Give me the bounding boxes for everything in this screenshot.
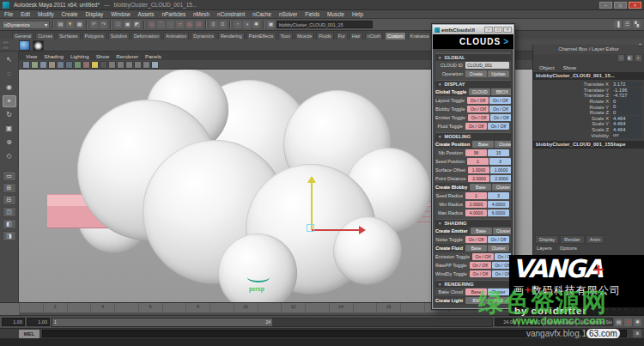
snap-center-icon[interactable]: ⊙ — [195, 21, 203, 28]
timeline-frame-3[interactable] — [67, 303, 91, 315]
layer-tab-render[interactable]: Render — [560, 235, 584, 244]
dock-button[interactable]: ⌐ — [484, 27, 493, 33]
maximize-button[interactable]: □ — [614, 2, 627, 9]
snap-plane-icon[interactable]: ▱ — [176, 21, 184, 28]
create-blobby-cell-0[interactable]: Base — [470, 184, 491, 191]
move-tool[interactable]: + — [3, 95, 16, 107]
timeline-frame-7[interactable] — [162, 303, 186, 315]
layer-menu-layers[interactable]: Layers — [537, 246, 552, 251]
menu-fields[interactable]: Fields — [305, 11, 319, 17]
safe-action-icon[interactable] — [134, 61, 142, 69]
seed-radius-cell-0[interactable]: 1 — [465, 192, 487, 199]
make-live-icon[interactable]: ◎ — [185, 21, 193, 28]
ipr-render-icon[interactable]: ◑ — [243, 21, 251, 28]
show-tool-settings-icon[interactable]: ☰ — [623, 21, 631, 28]
menu-edit[interactable]: Edit — [21, 11, 30, 17]
shelf-tab-toon[interactable]: Toon — [278, 32, 294, 39]
selected-object-name[interactable]: blobbyCluster_CLOUD_001_15... — [533, 72, 644, 80]
viewport-menu-shading[interactable]: Shading — [44, 53, 64, 59]
move-manipulator-center-handle[interactable] — [307, 224, 314, 232]
rotate-tool[interactable]: ↻ — [3, 109, 16, 121]
wireframe-mode-icon[interactable] — [65, 61, 73, 69]
smooth-shade-mode-icon[interactable] — [74, 61, 82, 69]
seed-position-cell-0[interactable]: 1 — [467, 158, 489, 165]
mel-tab[interactable]: MEL — [19, 330, 39, 338]
shelf-tab-muscle[interactable]: Muscle — [295, 32, 314, 39]
layout-toggle-cell-1[interactable]: On / Off — [489, 97, 511, 104]
timeline-frame-17[interactable] — [400, 303, 424, 315]
shelf-item-particle-cloud-icon[interactable] — [33, 40, 44, 51]
selection-name-field[interactable]: blobbyCluster_CLOUD_001_15 — [276, 21, 373, 28]
timeline-frame-12[interactable]: 12 — [281, 303, 305, 315]
shelf-tab-general[interactable]: General — [12, 32, 33, 39]
move-manipulator-y-arrowhead[interactable] — [307, 176, 316, 183]
select-camera-icon[interactable] — [22, 61, 30, 69]
anim-preferences-icon[interactable]: ✱ — [634, 319, 641, 326]
lighting-toggle-icon[interactable] — [91, 61, 99, 69]
shadows-toggle-icon[interactable] — [100, 61, 107, 69]
layer-tab-display[interactable]: Display — [535, 235, 559, 244]
shelf-tab-rendering[interactable]: Rendering — [218, 32, 245, 39]
bookmarks-icon[interactable] — [48, 61, 56, 69]
render-current-frame-icon[interactable]: ◔ — [234, 21, 241, 28]
attr-value-scale-y[interactable]: 4.464 — [611, 121, 642, 126]
nb-position-cell-0[interactable]: 96 — [465, 149, 487, 156]
timeline-frame-4[interactable]: 4 — [90, 303, 114, 315]
scale-tool[interactable]: ▣ — [3, 123, 16, 135]
attr-value-rotate-y[interactable]: 0 — [611, 104, 642, 109]
lasso-select-tool[interactable]: ◌ — [3, 68, 16, 80]
close-button[interactable]: × — [503, 27, 512, 33]
move-manipulator-x-arrowhead[interactable] — [359, 226, 366, 234]
playback-start-field[interactable]: 1.00 — [27, 318, 50, 326]
menu-help[interactable]: Help — [352, 11, 363, 17]
emitter-toggle-cell-1[interactable]: On / Off — [490, 114, 512, 121]
menu-set-dropdown[interactable]: nDynamics ▾ — [2, 21, 50, 29]
timeline-frame-13[interactable] — [305, 303, 329, 315]
anim-start-field[interactable]: 1.00 — [2, 318, 25, 326]
viewport-menu-lighting[interactable]: Lighting — [70, 53, 89, 59]
shelf-tab-ncloth[interactable]: nCloth — [365, 32, 384, 39]
channel-manip-mixed-icon[interactable]: ◧ — [627, 55, 633, 61]
create-emitter-cell-0[interactable]: Base — [471, 228, 492, 234]
range-slider-groove[interactable]: 1 24 — [52, 318, 493, 327]
attr-value-translate-z[interactable]: -4.727 — [611, 93, 642, 98]
snap-curve-icon[interactable]: ⌒ — [157, 21, 165, 28]
show-channel-box-icon[interactable]: ▚ — [633, 21, 641, 28]
menu-window[interactable]: Window — [111, 11, 130, 17]
menu-ncache[interactable]: nCache — [252, 11, 271, 17]
global-toggle-cell-0[interactable]: CLOUD — [469, 88, 490, 95]
layout-two-stacked[interactable]: ⊟ — [3, 195, 16, 205]
auto-key-icon[interactable]: ● — [624, 319, 632, 326]
menu-create[interactable]: Create — [62, 11, 78, 17]
select-object-icon[interactable]: ▣ — [124, 21, 131, 28]
attr-value-rotate-z[interactable]: 0 — [611, 110, 642, 115]
minimize-button[interactable]: – — [599, 2, 612, 9]
attr-value-translate-y[interactable]: -1.196 — [611, 88, 642, 93]
create-emitter-cell-1[interactable]: Cluster — [493, 228, 512, 234]
paint-select-tool[interactable]: ◉ — [3, 82, 16, 94]
surface-offset-cell-1[interactable]: 1.0000 — [490, 167, 512, 173]
shelf-tab-polygons[interactable]: Polygons — [82, 32, 106, 39]
shelf-tab-custom[interactable]: Custom — [385, 32, 406, 39]
timeline-frame-1[interactable] — [19, 303, 43, 315]
timeline-frame-15[interactable] — [353, 303, 377, 315]
layer-tab-anim[interactable]: Anim — [586, 235, 605, 244]
layout-four-pane[interactable]: ⊞ — [3, 183, 16, 193]
create-blobby-cell-1[interactable]: Cluster — [492, 184, 512, 191]
seed-radius-cell-1[interactable]: 3 — [488, 192, 509, 199]
max-radius-cell-0[interactable]: 4.0000 — [465, 209, 487, 216]
image-plane-icon[interactable] — [57, 61, 64, 69]
menu-assets[interactable]: Assets — [138, 11, 155, 17]
create-position-cell-1[interactable]: Cluster — [495, 141, 512, 148]
attr-value-scale-z[interactable]: 4.464 — [611, 127, 642, 132]
min-radius-cell-0[interactable]: 2.0000 — [465, 201, 487, 208]
snap-grid-icon[interactable]: ∪ — [148, 21, 155, 28]
camera-attributes-icon[interactable] — [39, 61, 47, 69]
winddy-toggle-cell-0[interactable]: On / Off — [470, 270, 491, 277]
attr-value-translate-x[interactable]: 3.172 — [611, 82, 642, 87]
shelf-switcher[interactable] — [2, 40, 9, 50]
undo-icon[interactable]: ↶ — [90, 21, 98, 28]
select-tool[interactable]: ↖ — [3, 54, 16, 66]
menu-modify[interactable]: Modify — [38, 11, 54, 17]
close-button[interactable]: × — [629, 2, 641, 9]
